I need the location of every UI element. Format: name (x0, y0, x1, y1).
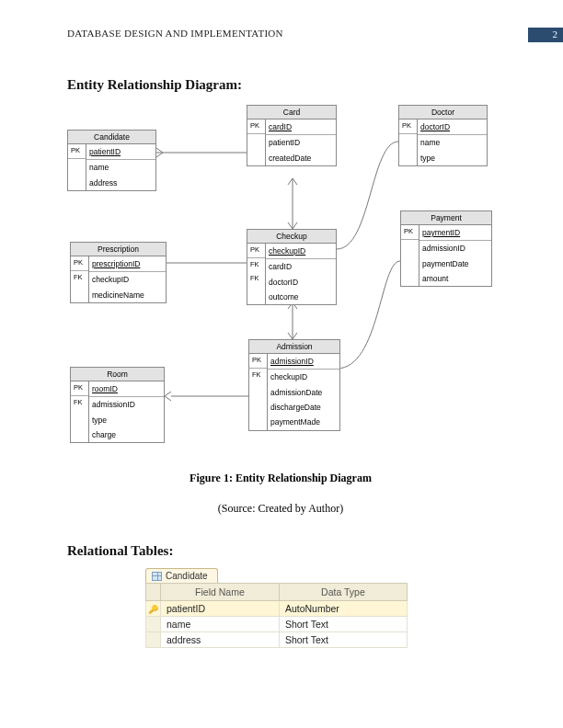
key-cell: FK (247, 272, 265, 286)
entity-candidate: Candidate PK patientIDnameaddress (67, 130, 156, 191)
entity-checkup: Checkup PKFKFK checkupIDcardIDdoctorIDou… (247, 229, 337, 305)
entity-key-col: PKFK (71, 381, 89, 442)
entity-attr-col: admissionIDcheckupIDadmissionDatedischar… (268, 354, 339, 430)
key-cell: PK (68, 144, 86, 159)
key-cell: FK (71, 396, 88, 410)
key-cell: PK (399, 119, 417, 134)
entity-key-col: PKFKFK (247, 244, 266, 304)
row-header-cell: 🔑 (146, 601, 161, 617)
primary-key-icon: 🔑 (148, 605, 158, 614)
running-header: DATABASE DESIGN AND IMPLEMENTATION (67, 28, 494, 39)
key-cell (68, 159, 86, 173)
entity-title: Candidate (68, 131, 155, 144)
data-type-cell: AutoNumber (279, 601, 407, 617)
section-heading-tables: Relational Tables: (67, 543, 494, 559)
attr-cell: address (86, 176, 155, 190)
entity-title: Payment (401, 211, 491, 225)
attr-cell: amount (419, 271, 491, 286)
entity-key-col: PK (247, 119, 266, 165)
attr-cell: type (89, 413, 164, 427)
key-cell (401, 254, 419, 267)
attr-cell: paymentID (419, 225, 491, 241)
attr-cell: type (418, 151, 487, 165)
figure-source: (Source: Created by Author) (67, 502, 494, 516)
entity-key-col: PK (399, 119, 418, 165)
key-cell: PK (71, 256, 88, 271)
key-cell (68, 173, 86, 187)
key-cell (71, 424, 88, 438)
row-header-cell (146, 617, 161, 632)
row-header-cell (146, 632, 161, 648)
key-cell: FK (249, 369, 267, 382)
entity-prescription: Prescription PKFK prescriptionIDcheckupI… (70, 242, 167, 303)
entity-attr-col: prescriptionIDcheckupIDmedicineName (89, 256, 166, 302)
attr-cell: createdDate (266, 151, 336, 165)
key-cell (399, 148, 417, 162)
attr-cell: admissionID (89, 397, 164, 412)
key-cell (249, 396, 267, 410)
key-cell: PK (247, 119, 265, 134)
entity-attr-col: doctorIDnametype (418, 119, 487, 165)
data-type-cell: Short Text (279, 617, 407, 632)
key-cell (247, 286, 265, 300)
key-cell (401, 267, 419, 281)
attr-cell: outcome (266, 290, 336, 304)
entity-title: Admission (249, 340, 339, 354)
col-data-type: Data Type (279, 584, 407, 601)
table-tab-label: Candidate (166, 571, 208, 581)
field-name-cell: patientID (161, 601, 280, 617)
section-heading-erd: Entity Relationship Diagram: (67, 77, 494, 93)
entity-room: Room PKFK roomIDadmissionIDtypecharge (70, 367, 165, 443)
attr-cell: admissionID (268, 354, 339, 370)
key-cell: PK (71, 381, 88, 396)
entity-key-col: PKFK (71, 256, 89, 302)
table-row: addressShort Text (146, 632, 408, 648)
attr-cell: name (86, 160, 155, 175)
entity-attr-col: paymentIDadmissionIDpaymentDateamount (419, 225, 491, 286)
entity-key-col: PK (401, 225, 419, 286)
attr-cell: cardID (266, 119, 336, 135)
entity-title: Room (71, 368, 164, 381)
er-diagram: Candidate PK patientIDnameaddress Card P… (67, 102, 498, 461)
entity-title: Card (247, 106, 336, 119)
attr-cell: name (418, 135, 487, 150)
attr-cell: patientID (86, 144, 155, 160)
col-rowheader (146, 584, 161, 601)
entity-key-col: PK (68, 144, 86, 190)
attr-cell: doctorID (418, 119, 487, 135)
fields-tbody: 🔑patientIDAutoNumbernameShort Textaddres… (146, 601, 408, 648)
key-cell: FK (71, 271, 88, 285)
key-cell: PK (247, 244, 265, 258)
attr-cell: paymentDate (419, 256, 491, 271)
key-cell: PK (249, 354, 267, 369)
entity-title: Prescription (71, 243, 166, 256)
attr-cell: dischargeDate (268, 400, 339, 415)
key-cell (247, 148, 265, 162)
attr-cell: roomID (89, 381, 164, 397)
key-cell (401, 240, 419, 254)
attr-cell: patientID (266, 135, 336, 150)
entity-doctor: Doctor PK doctorIDnametype (398, 105, 488, 166)
entity-attr-col: roomIDadmissionIDtypecharge (89, 381, 164, 442)
figure-caption: Figure 1: Entity Relationship Diagram (67, 472, 494, 485)
attr-cell: medicineName (89, 288, 166, 302)
key-cell (399, 134, 417, 148)
header-title: DATABASE DESIGN AND IMPLEMENTATION (67, 28, 494, 39)
attr-cell: checkupID (268, 370, 339, 384)
entity-key-col: PKFK (249, 354, 268, 430)
entity-title: Checkup (247, 230, 336, 244)
attr-cell: admissionDate (268, 385, 339, 400)
col-field-name: Field Name (161, 584, 280, 601)
attr-cell: prescriptionID (89, 256, 166, 272)
data-type-cell: Short Text (279, 632, 407, 648)
page-number: 2 (528, 28, 563, 42)
key-cell (247, 134, 265, 148)
relational-table-candidate: Candidate Field Name Data Type 🔑patientI… (145, 568, 408, 648)
entity-payment: Payment PK paymentIDadmissionIDpaymentDa… (400, 210, 492, 287)
field-name-cell: name (161, 617, 280, 632)
fields-table: Field Name Data Type 🔑patientIDAutoNumbe… (145, 583, 408, 648)
attr-cell: admissionID (419, 241, 491, 256)
table-row: 🔑patientIDAutoNumber (146, 601, 408, 617)
attr-cell: checkupID (266, 244, 336, 259)
entity-attr-col: patientIDnameaddress (86, 144, 155, 190)
